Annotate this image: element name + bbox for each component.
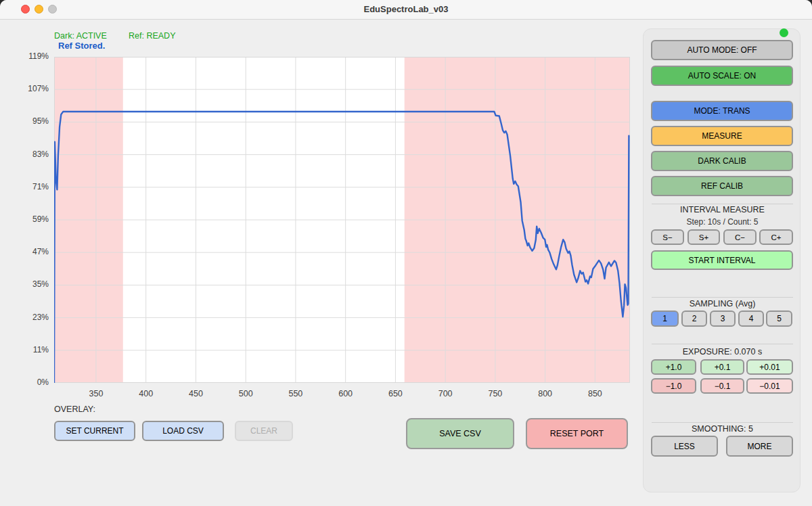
divider [652,204,793,204]
auto-scale-button[interactable]: AUTO SCALE: ON [651,66,793,86]
exposure-minus-1-button[interactable]: −1.0 [651,378,696,394]
y-tick-label: 23% [0,313,49,322]
y-tick-label: 11% [0,345,49,354]
exposure-plus-1-button[interactable]: +1.0 [651,359,696,375]
y-tick-label: 0% [0,377,49,387]
load-csv-button[interactable]: LOAD CSV [142,421,224,441]
x-tick-label: 450 [178,389,213,398]
interval-measure-heading: INTERVAL MEASURE [644,205,801,214]
y-tick-label: 83% [0,150,49,159]
exposure-plus-001-button[interactable]: +0.01 [746,359,793,375]
start-interval-button[interactable]: START INTERVAL [651,250,793,270]
exposure-minus-01-button[interactable]: −0.1 [700,378,744,394]
connection-status-indicator [780,28,788,37]
y-tick-label: 35% [0,279,49,289]
sampling-heading: SAMPLING (Avg) [644,299,801,308]
x-tick-label: 650 [378,389,413,398]
overlay-label: OVERLAY: [54,405,95,414]
x-tick-label: 700 [428,389,463,398]
sampling-5-button[interactable]: 5 [766,310,792,327]
divider [652,422,793,423]
count-minus-button[interactable]: C− [723,229,757,245]
x-tick-label: 350 [78,389,114,398]
ref-calib-button[interactable]: REF CALIB [651,176,793,196]
y-tick-label: 95% [0,116,49,126]
x-tick-label: 850 [577,389,612,398]
mode-button[interactable]: MODE: TRANS [651,101,793,121]
save-csv-button[interactable]: SAVE CSV [406,418,514,449]
x-tick-label: 600 [328,389,363,398]
auto-mode-button[interactable]: AUTO MODE: OFF [651,40,793,60]
reset-port-button[interactable]: RESET PORT [526,418,628,449]
sampling-1-button[interactable]: 1 [651,310,679,327]
smoothing-less-button[interactable]: LESS [651,436,718,457]
exposure-plus-01-button[interactable]: +0.1 [700,359,744,375]
smoothing-heading: SMOOTHING: 5 [644,424,801,434]
interval-step-count-label: Step: 10s / Count: 5 [644,217,801,227]
sampling-4-button[interactable]: 4 [738,310,764,327]
step-minus-button[interactable]: S− [651,229,684,245]
divider [652,297,793,298]
clear-overlay-button: CLEAR [235,421,293,441]
sampling-3-button[interactable]: 3 [710,310,736,327]
ref-status-label: Ref: READY [129,31,175,41]
y-tick-label: 59% [0,214,49,224]
x-tick-label: 400 [129,389,164,398]
y-tick-label: 47% [0,247,49,256]
x-tick-label: 500 [228,389,263,398]
x-tick-label: 550 [278,389,313,398]
dark-calib-button[interactable]: DARK CALIB [651,151,793,171]
y-tick-label: 107% [0,84,49,93]
count-plus-button[interactable]: C+ [759,229,793,245]
y-tick-label: 71% [0,182,49,191]
exposure-heading: EXPOSURE: 0.070 s [644,347,801,356]
exposure-minus-001-button[interactable]: −0.01 [746,378,793,394]
spectrum-plot [54,57,630,383]
spectrum-chart [54,57,630,383]
dark-status-label: Dark: ACTIVE [54,31,107,41]
window-title: EduSpectroLab_v03 [0,4,812,14]
smoothing-more-button[interactable]: MORE [726,436,793,457]
sampling-2-button[interactable]: 2 [681,310,707,327]
control-panel: AUTO MODE: OFF AUTO SCALE: ON MODE: TRAN… [643,28,800,492]
app-window: EduSpectroLab_v03 Dark: ACTIVE Ref: READ… [0,0,812,506]
x-tick-label: 750 [478,389,513,398]
x-tick-label: 800 [528,389,563,398]
y-tick-label: 119% [0,51,49,61]
title-bar: EduSpectroLab_v03 [0,0,812,20]
step-plus-button[interactable]: S+ [687,229,720,245]
set-current-button[interactable]: SET CURRENT [54,421,135,441]
divider [652,344,793,344]
measure-button[interactable]: MEASURE [651,126,793,146]
ref-stored-label: Ref Stored. [58,41,105,51]
